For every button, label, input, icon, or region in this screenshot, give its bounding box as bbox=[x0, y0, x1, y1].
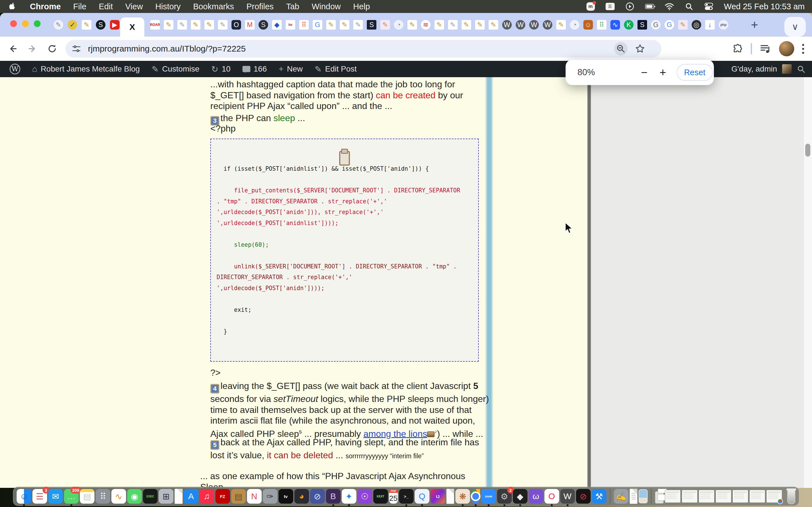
apple-menu-icon[interactable] bbox=[8, 2, 17, 11]
dock-reminders[interactable]: ☰3 bbox=[33, 489, 47, 504]
admin-avatar[interactable] bbox=[782, 64, 792, 74]
zoom-reset-button[interactable]: Reset bbox=[677, 64, 713, 81]
pencil-gray-tab[interactable]: ✎ bbox=[218, 20, 227, 30]
dock-zoom[interactable]: zoom bbox=[481, 489, 496, 504]
site-name-menu[interactable]: ⌂ Robert James Metcalfe Blog bbox=[28, 61, 144, 77]
dock-trash[interactable] bbox=[787, 489, 795, 504]
dock-cat-app[interactable]: ω bbox=[529, 489, 543, 504]
browser-menu-icon[interactable] bbox=[802, 44, 804, 54]
dock-gimp[interactable]: ✑ bbox=[263, 489, 277, 504]
dots-grid-tab[interactable]: ⠿ bbox=[299, 20, 309, 30]
dock-preview-document[interactable] bbox=[174, 489, 183, 504]
php-tab[interactable]: php bbox=[719, 20, 728, 30]
edit-post-menu[interactable]: ✎ Edit Post bbox=[311, 61, 361, 77]
dock-facetime[interactable]: ◉ bbox=[127, 489, 142, 504]
dock-news[interactable]: N bbox=[247, 489, 262, 504]
wordpress-tab[interactable]: W bbox=[543, 20, 552, 30]
pencil-gray-tab[interactable]: ✎ bbox=[177, 20, 187, 30]
media-controls-icon[interactable] bbox=[760, 44, 771, 54]
compass-tab[interactable]: ◔ bbox=[570, 20, 579, 30]
dock-app-store[interactable]: A bbox=[184, 489, 199, 504]
gmail-tab[interactable]: M bbox=[245, 20, 255, 30]
dock-minimized-window[interactable] bbox=[699, 490, 714, 503]
wordpress-tab[interactable]: W bbox=[529, 20, 539, 30]
active-app-name[interactable]: Chrome bbox=[30, 2, 61, 11]
profile-avatar[interactable] bbox=[779, 41, 794, 56]
dock-dialer-keypad[interactable]: ⊞ bbox=[159, 489, 173, 504]
url-text[interactable]: rjmprogramming.com.au/ITblog/?p=72225 bbox=[88, 44, 246, 54]
dock-inkscape[interactable]: ◆ bbox=[513, 489, 527, 504]
dock-stocks[interactable]: ∿ bbox=[111, 489, 126, 504]
extensions-puzzle-icon[interactable] bbox=[732, 43, 743, 54]
pencil-tab[interactable]: ✎ bbox=[435, 20, 444, 30]
menu-file[interactable]: File bbox=[73, 2, 87, 11]
reload-button[interactable] bbox=[46, 42, 59, 55]
dock-finder[interactable]: ☺ bbox=[17, 489, 31, 504]
zoom-window-button[interactable] bbox=[34, 20, 41, 27]
g-gray-tab[interactable]: G bbox=[651, 20, 661, 30]
check-tab[interactable]: ✓ bbox=[68, 20, 77, 30]
updates-menu[interactable]: ↻ 10 bbox=[207, 61, 234, 77]
php-code-block[interactable]: if (isset($_POST['anidnlist']) && isset(… bbox=[210, 138, 479, 362]
battery-icon[interactable] bbox=[645, 2, 654, 11]
diamond-tab[interactable]: ◆ bbox=[272, 20, 282, 30]
dock-intellij-idea[interactable]: IJ bbox=[430, 489, 445, 504]
dock-music[interactable]: ♫ bbox=[200, 489, 214, 504]
dock-blocked-app[interactable]: ⊘ bbox=[310, 489, 325, 504]
dock-accessibility[interactable]: ✍ bbox=[614, 489, 628, 504]
zoom-in-button[interactable]: + bbox=[656, 66, 670, 79]
youtube-tab[interactable]: ▶ bbox=[110, 20, 119, 30]
bookmark-star-icon[interactable] bbox=[633, 42, 647, 55]
pencil-gray-tab[interactable]: ✎ bbox=[448, 20, 458, 30]
control-center-icon[interactable] bbox=[704, 2, 713, 11]
dock-printer[interactable] bbox=[655, 491, 664, 504]
pencil-tab[interactable]: ✎ bbox=[164, 20, 173, 30]
close-window-button[interactable] bbox=[10, 20, 17, 27]
dock-minimized-window[interactable] bbox=[665, 490, 680, 503]
menu-window[interactable]: Window bbox=[312, 2, 341, 11]
menu-edit[interactable]: Edit bbox=[99, 2, 113, 11]
dock-kext-terminal[interactable]: KEXT bbox=[373, 489, 388, 504]
dock-chrome[interactable] bbox=[471, 489, 480, 504]
menu-help[interactable]: Help bbox=[353, 2, 370, 11]
dock-quicktime[interactable]: Q bbox=[415, 489, 429, 504]
dock-system-settings[interactable]: ⚙2 bbox=[497, 489, 512, 504]
minimize-window-button[interactable] bbox=[22, 20, 29, 27]
dock-messages[interactable]: …209 bbox=[64, 489, 79, 504]
pencil-tab[interactable]: ✎ bbox=[191, 20, 200, 30]
dock-minimized-window[interactable] bbox=[716, 490, 731, 503]
dock-notepad-document[interactable] bbox=[629, 489, 638, 504]
dock-launchpad[interactable]: ⠿ bbox=[96, 489, 110, 504]
zoom-indicator-icon[interactable] bbox=[614, 42, 627, 55]
pencil-tab[interactable]: ✎ bbox=[475, 20, 485, 30]
dock-bear[interactable]: B bbox=[326, 489, 341, 504]
download-tab[interactable]: ↓ bbox=[705, 20, 715, 30]
dock-notes[interactable]: ▤ bbox=[80, 489, 94, 504]
dark-o-tab[interactable]: O bbox=[232, 20, 241, 30]
dock-opera[interactable]: O bbox=[545, 489, 559, 504]
menu-view[interactable]: View bbox=[125, 2, 143, 11]
abc-tab[interactable]: ∿ bbox=[610, 20, 620, 30]
pencil-tab[interactable]: ✎ bbox=[556, 20, 566, 30]
dock-no-entry-app[interactable]: ⊘ bbox=[576, 489, 591, 504]
dock-minimized-window[interactable] bbox=[732, 490, 748, 503]
comments-menu[interactable]: 166 bbox=[239, 61, 271, 77]
zoom-out-button[interactable]: − bbox=[637, 66, 651, 79]
navy-s-tab[interactable]: S bbox=[367, 20, 376, 30]
serif-s-tab[interactable]: S bbox=[638, 20, 647, 30]
pencil-tab[interactable]: ✎ bbox=[340, 20, 349, 30]
forward-button[interactable] bbox=[26, 42, 39, 55]
admin-search-icon[interactable] bbox=[797, 65, 805, 73]
dock-xcode[interactable]: ⚒ bbox=[592, 489, 606, 504]
pencil-tab[interactable]: ✎ bbox=[678, 20, 688, 30]
dock-exec-terminal[interactable]: EXEC bbox=[143, 489, 158, 504]
dock-tooth-app[interactable]: W bbox=[560, 489, 575, 504]
new-tab-button[interactable]: + bbox=[748, 18, 761, 32]
book-smiley-tab[interactable]: ☺ bbox=[583, 20, 593, 30]
dock-paintbrush[interactable]: ❋ bbox=[455, 489, 470, 504]
pencil-tab[interactable]: ✎ bbox=[326, 20, 336, 30]
dock-minimized-window[interactable] bbox=[682, 490, 698, 503]
pencil-tab[interactable]: ✎ bbox=[407, 20, 417, 30]
dock-apple-tv[interactable]: tv bbox=[278, 489, 293, 504]
globe-s-tab[interactable]: S bbox=[259, 20, 268, 30]
